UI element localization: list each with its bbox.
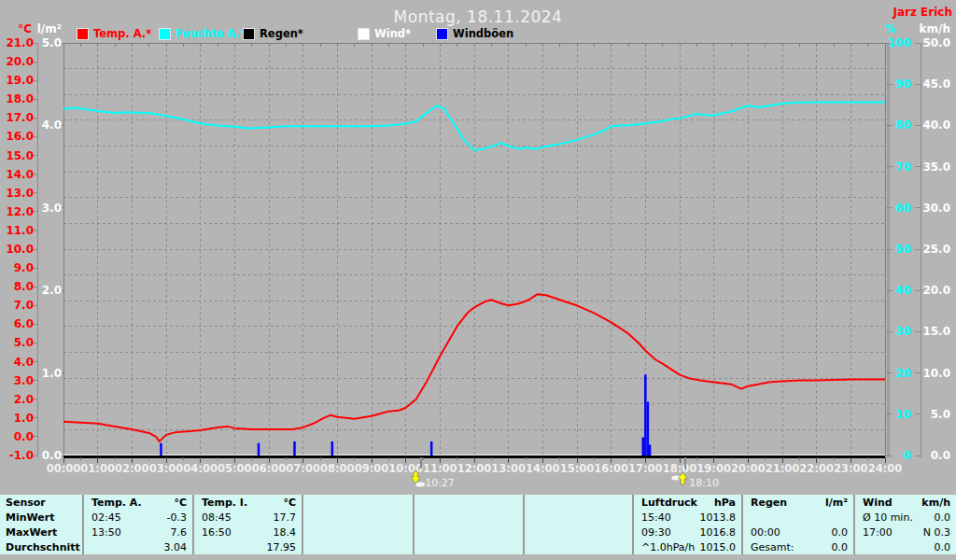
table-cell [525, 525, 632, 539]
sensor-summary-table: SensorMinWertMaxWertDurchschnittTemp. A.… [0, 495, 956, 554]
gust-bar [293, 441, 296, 455]
svg-text:1.0: 1.0 [14, 412, 34, 425]
x-axis-labels: 00:0001:0002:0003:0004:0005:0006:0007:00… [47, 462, 903, 475]
svg-text:11:00: 11:00 [423, 462, 457, 475]
svg-text:2.0: 2.0 [14, 393, 34, 406]
svg-text:3.0: 3.0 [42, 202, 62, 215]
svg-text:20.0: 20.0 [922, 284, 950, 297]
svg-text:60: 60 [895, 202, 911, 215]
svg-text:40.0: 40.0 [922, 119, 950, 132]
svg-text:10: 10 [895, 408, 911, 421]
svg-text:10:00: 10:00 [388, 462, 423, 475]
table-cell: 17:00N 0.3 [855, 525, 956, 539]
svg-text:02:00: 02:00 [115, 462, 149, 475]
table-cell: Durchschnitt [0, 539, 82, 554]
svg-text:20.0: 20.0 [6, 55, 34, 68]
gust-bar [430, 441, 433, 455]
table-cell: Sensor [0, 495, 82, 510]
svg-text:07:00: 07:00 [286, 462, 320, 475]
svg-text:0.0: 0.0 [42, 449, 62, 462]
svg-text:18:10: 18:10 [689, 477, 719, 489]
svg-text:24:00: 24:00 [868, 462, 903, 475]
svg-text:16:00: 16:00 [594, 462, 628, 475]
gust-bar [160, 443, 162, 455]
table-column: LuftdruckhPa15:401013.809:301016.8^1.0hP… [632, 495, 741, 554]
svg-text:16.0: 16.0 [6, 130, 34, 143]
table-column [523, 495, 632, 554]
svg-text:30.0: 30.0 [922, 202, 950, 215]
table-cell [415, 525, 523, 539]
svg-text:80: 80 [895, 119, 911, 132]
svg-text:12.0: 12.0 [6, 205, 34, 218]
svg-text:4.0: 4.0 [42, 119, 62, 132]
table-cell: 17.95 [194, 539, 302, 554]
svg-text:90: 90 [895, 77, 911, 91]
table-cell [743, 510, 853, 525]
svg-text:14.0: 14.0 [6, 168, 34, 181]
grid-lines [63, 43, 885, 455]
svg-text:13.0: 13.0 [6, 187, 34, 200]
svg-text:20:00: 20:00 [731, 462, 766, 475]
gust-bar [331, 441, 334, 455]
table-cell [525, 539, 632, 554]
svg-text:8.0: 8.0 [14, 280, 34, 293]
table-cell: 08:4517.7 [194, 510, 302, 525]
svg-text:19:00: 19:00 [696, 462, 731, 475]
gust-bar [642, 438, 645, 455]
svg-text:5.0: 5.0 [42, 36, 62, 49]
table-cell: Windkm/h [855, 495, 956, 510]
table-cell [415, 539, 523, 554]
svg-text:03:00: 03:00 [149, 462, 184, 475]
gust-bar [647, 402, 650, 455]
svg-text:22:00: 22:00 [799, 462, 834, 475]
table-column: Regenl/m²00:000.0Gesamt:0.0 [741, 495, 853, 554]
svg-text:1.0: 1.0 [42, 367, 62, 380]
svg-text:100: 100 [888, 36, 911, 49]
table-label-column: SensorMinWertMaxWertDurchschnitt [0, 495, 82, 554]
table-column: Temp. A.°C02:45-0.313:507.63.04 [82, 495, 192, 554]
svg-text:05:00: 05:00 [218, 462, 252, 475]
plot-frame [37, 43, 921, 457]
table-cell [303, 539, 413, 554]
svg-text:15.0: 15.0 [6, 149, 34, 162]
series-FeuchteA [63, 103, 885, 150]
svg-text:17:00: 17:00 [628, 462, 663, 475]
table-cell: 13:507.6 [84, 525, 192, 539]
svg-text:21:00: 21:00 [766, 462, 800, 475]
svg-text:50: 50 [895, 243, 911, 256]
svg-text:14:00: 14:00 [526, 462, 560, 475]
gust-bar [649, 445, 652, 455]
svg-text:9.0: 9.0 [14, 261, 34, 274]
svg-text:23:00: 23:00 [834, 462, 868, 475]
table-cell: 00:000.0 [743, 525, 853, 539]
table-cell [303, 510, 413, 525]
table-column [413, 495, 523, 554]
svg-text:01:00: 01:00 [80, 462, 115, 475]
table-cell [415, 510, 523, 525]
table-cell: 0.0 [855, 539, 956, 554]
svg-text:6.0: 6.0 [14, 317, 34, 330]
svg-text:19.0: 19.0 [6, 74, 34, 87]
table-cell: 02:45-0.3 [84, 510, 192, 525]
svg-text:21.0: 21.0 [6, 36, 34, 49]
table-cell [525, 495, 632, 510]
svg-text:11.0: 11.0 [6, 224, 34, 237]
svg-text:13:00: 13:00 [491, 462, 526, 475]
table-cell: 16:5018.4 [194, 525, 302, 539]
gust-bar [644, 374, 647, 455]
svg-text:40: 40 [895, 284, 911, 297]
table-cell: Temp. A.°C [84, 495, 192, 510]
table-column: Temp. I.°C08:4517.716:5018.417.95 [192, 495, 302, 554]
table-cell: MinWert [0, 510, 82, 525]
svg-text:10.0: 10.0 [922, 367, 950, 380]
svg-text:4.0: 4.0 [14, 356, 34, 369]
table-cell [303, 495, 413, 510]
table-cell [525, 510, 632, 525]
svg-text:0.0: 0.0 [931, 449, 950, 462]
table-cell: Regenl/m² [743, 495, 853, 510]
table-cell: 09:301016.8 [634, 525, 741, 539]
svg-text:15:00: 15:00 [560, 462, 595, 475]
svg-text:06:00: 06:00 [252, 462, 287, 475]
svg-text:70: 70 [895, 161, 911, 174]
table-cell [303, 525, 413, 539]
